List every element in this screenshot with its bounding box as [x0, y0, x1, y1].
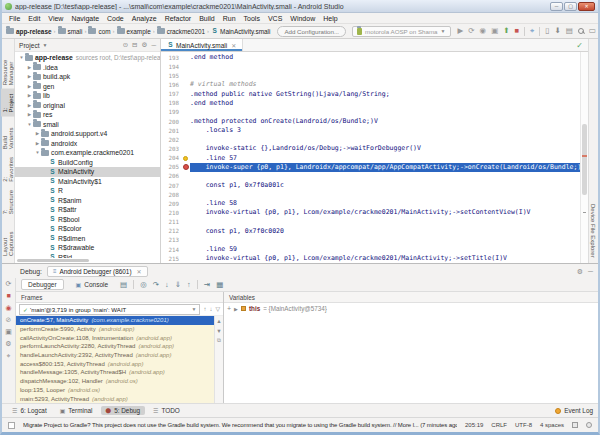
- close-icon[interactable]: ✕: [137, 268, 142, 275]
- stack-frame[interactable]: access$800:153, ActivityThread(android.a…: [16, 359, 223, 368]
- caret-position[interactable]: 205:19: [465, 422, 483, 428]
- stack-frame[interactable]: handleLaunchActivity:2392, ActivityThrea…: [16, 351, 223, 360]
- minimize-button[interactable]: ─: [550, 2, 563, 11]
- line-number[interactable]: 212: [161, 228, 181, 234]
- twisty-right-icon[interactable]: ▶: [26, 84, 33, 89]
- execution-point-icon[interactable]: [181, 156, 190, 161]
- menu-help[interactable]: Help: [319, 15, 341, 22]
- thread-selector[interactable]: ✓ 'main'@3,719 in group 'main': WAIT ▼: [19, 304, 200, 315]
- menu-tools[interactable]: Tools: [240, 15, 264, 22]
- code-line-206[interactable]: 206: [161, 172, 580, 181]
- line-number[interactable]: 210: [161, 210, 181, 216]
- frame-up-icon[interactable]: ↑: [203, 306, 206, 312]
- editor-scrollbar[interactable]: [580, 52, 588, 263]
- line-number[interactable]: 205: [161, 164, 181, 170]
- layout-settings-icon[interactable]: ▤: [120, 281, 127, 289]
- line-number[interactable]: 199: [161, 109, 181, 115]
- code-line-203[interactable]: 203 invoke-static {},Landroid/os/Debug;-…: [161, 144, 580, 153]
- stop-icon[interactable]: ■: [515, 27, 520, 35]
- tool-button-1-project[interactable]: 1: Project: [1, 89, 15, 117]
- tree-item-build-apk[interactable]: ▶build.apk: [15, 72, 160, 82]
- tree-item-lib[interactable]: ▶lib: [15, 91, 160, 101]
- code-line-201[interactable]: 201 .locals 3: [161, 126, 580, 135]
- code-line-193[interactable]: 193.end method: [161, 53, 580, 62]
- code-line-214[interactable]: 214 .line 59: [161, 245, 580, 254]
- code-line-211[interactable]: 211: [161, 218, 580, 227]
- tree-item-r-dimen[interactable]: SR$dimen: [15, 234, 160, 244]
- menu-build[interactable]: Build: [195, 15, 219, 22]
- code-line-213[interactable]: 213: [161, 236, 580, 245]
- tree-item-com-example-crackme0201[interactable]: ▼com.example.crackme0201: [15, 148, 160, 158]
- tree-item-r-attr[interactable]: SR$attr: [15, 205, 160, 215]
- code-text[interactable]: invoke-virtual {p0, p1}, Lcom/example/cr…: [190, 254, 507, 263]
- scrollbar-thumb[interactable]: [582, 124, 587, 196]
- stop-icon[interactable]: ■: [6, 292, 10, 299]
- inspection-ok-icon[interactable]: ✓: [576, 41, 583, 50]
- tool-button-device-file-explorer[interactable]: Device File Explorer: [590, 204, 596, 258]
- twisty-down-icon[interactable]: ▼: [18, 55, 25, 60]
- tree-item-buildconfig[interactable]: SBuildConfig: [15, 158, 160, 168]
- stack-frame[interactable]: onCreate:57, MainActivity(com.example.cr…: [16, 316, 223, 325]
- line-number[interactable]: 214: [161, 247, 181, 253]
- hide-panel-icon[interactable]: ─: [588, 268, 593, 275]
- code-line-198[interactable]: 198.end method: [161, 99, 580, 108]
- device-selector[interactable]: motorola AOSP on Shama ▼: [352, 26, 450, 37]
- device-file-explorer-icon[interactable]: ▤: [566, 27, 573, 35]
- menu-edit[interactable]: Edit: [24, 15, 44, 22]
- line-number[interactable]: 203: [161, 146, 181, 152]
- code-text[interactable]: .method public native GetString()Ljava/l…: [190, 90, 390, 99]
- close-icon[interactable]: ✕: [231, 42, 236, 49]
- tree-item-original[interactable]: ▶original: [15, 101, 160, 111]
- variable-row[interactable]: +▶this= {MainActivity@5734}: [224, 303, 598, 314]
- code-line-200[interactable]: 200.method protected onCreate(Landroid/o…: [161, 117, 580, 126]
- breakpoint-icon[interactable]: [181, 164, 190, 170]
- tab-mainactivity-smali[interactable]: S MainActivity.smali ✕: [161, 39, 243, 51]
- stack-frame[interactable]: handleMessage:1305, ActivityThread$H(and…: [16, 368, 223, 377]
- project-panel-title[interactable]: Project: [19, 42, 40, 49]
- breadcrumb-example[interactable]: example: [117, 28, 151, 35]
- line-ending-indicator[interactable]: CRLF: [491, 422, 507, 428]
- menu-analyze[interactable]: Analyze: [128, 15, 161, 22]
- code-line-208[interactable]: 208: [161, 190, 580, 199]
- tree-item-mainactivity[interactable]: SMainActivity: [15, 167, 160, 177]
- twisty-right-icon[interactable]: ▶: [26, 65, 33, 70]
- stack-frame[interactable]: performCreate:5990, Activity(android.app…: [16, 325, 223, 334]
- tree-item-smali[interactable]: ▼smali: [15, 120, 160, 130]
- menu-navigate[interactable]: Navigate: [67, 15, 103, 22]
- lock-icon[interactable]: [572, 422, 578, 428]
- line-number[interactable]: 213: [161, 237, 181, 243]
- code-line-199[interactable]: 199: [161, 108, 580, 117]
- stack-frame[interactable]: main:5293, ActivityThread(android.app): [16, 394, 223, 403]
- stack-frame[interactable]: performLaunchActivity:2280, ActivityThre…: [16, 342, 223, 351]
- code-line-196[interactable]: 196# virtual methods: [161, 80, 580, 89]
- twisty-right-icon[interactable]: ▶: [26, 93, 33, 98]
- apply-changes-icon[interactable]: ⟳: [468, 27, 474, 35]
- run-to-cursor-icon[interactable]: ⇥: [204, 281, 210, 289]
- code-line-204[interactable]: 204 .line 57: [161, 154, 580, 163]
- pin-icon[interactable]: ⌖: [7, 352, 11, 359]
- settings-icon[interactable]: ⚙: [5, 340, 11, 347]
- tool-window-button-6-logcat[interactable]: ☰6: Logcat: [7, 406, 52, 415]
- line-number[interactable]: 193: [161, 55, 181, 61]
- line-number[interactable]: 195: [161, 73, 181, 79]
- stack-frame[interactable]: dispatchMessage:102, Handler(android.os): [16, 377, 223, 386]
- filter-icon[interactable]: ▽: [215, 306, 220, 312]
- scroll-up-icon[interactable]: ▲: [216, 319, 221, 325]
- line-number[interactable]: 207: [161, 183, 181, 189]
- force-step-into-icon[interactable]: ⇓: [175, 281, 181, 289]
- code-line-205[interactable]: 205 invoke-super {p0, p1}, Landroidx/app…: [161, 163, 580, 172]
- add-watch-icon[interactable]: +: [227, 305, 231, 312]
- stack-frame[interactable]: callActivityOnCreate:1108, Instrumentati…: [16, 333, 223, 342]
- step-out-icon[interactable]: ↑: [187, 281, 191, 289]
- tree-item-r-anim[interactable]: SR$anim: [15, 196, 160, 206]
- line-number[interactable]: 196: [161, 82, 181, 88]
- show-execution-point-icon[interactable]: ◎: [140, 281, 147, 289]
- code-text[interactable]: invoke-static {},Landroid/os/Debug;->wai…: [190, 144, 421, 153]
- menu-vcs[interactable]: VCS: [264, 15, 286, 22]
- code-text[interactable]: .line 58: [190, 199, 237, 208]
- debug-session-tab[interactable]: ≡ Android Debugger (8601) ✕: [47, 266, 148, 277]
- scroll-down-icon[interactable]: ▼: [216, 329, 221, 335]
- tool-window-button-terminal[interactable]: ▣Terminal: [55, 406, 98, 415]
- code-text[interactable]: .line 57: [190, 154, 237, 163]
- breadcrumb-com[interactable]: com: [88, 28, 110, 35]
